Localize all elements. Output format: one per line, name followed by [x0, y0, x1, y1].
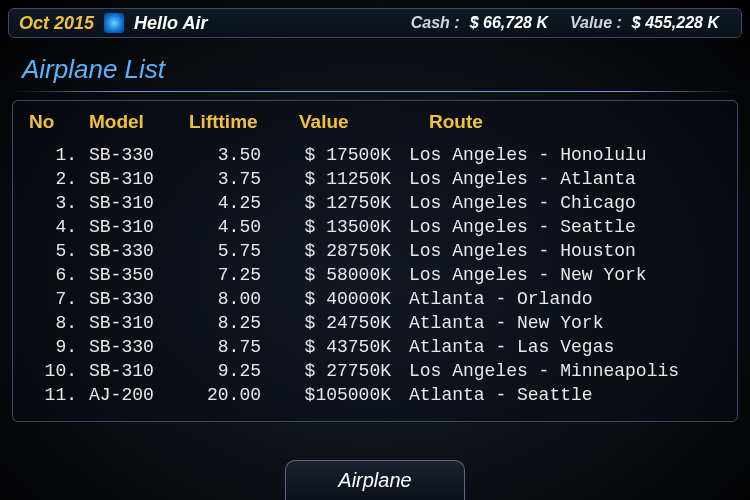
cell-value: $ 11250K — [279, 167, 409, 191]
cell-no: 3. — [29, 191, 89, 215]
cell-no: 9. — [29, 335, 89, 359]
cell-no: 1. — [29, 143, 89, 167]
airplane-list-box: No Model Lifttime Value Route 1.SB-3303.… — [12, 100, 738, 422]
cell-model: SB-330 — [89, 287, 189, 311]
cell-lifetime: 3.75 — [189, 167, 279, 191]
cell-value: $ 58000K — [279, 263, 409, 287]
airplane-button-label: Airplane — [338, 469, 411, 492]
cell-route: Los Angeles - Houston — [409, 239, 721, 263]
cell-model: SB-330 — [89, 335, 189, 359]
table-row[interactable]: 1.SB-3303.50$ 17500KLos Angeles - Honolu… — [29, 143, 721, 167]
cell-model: SB-350 — [89, 263, 189, 287]
cell-lifetime: 8.25 — [189, 311, 279, 335]
top-status-bar: Oct 2015 Hello Air Cash : $ 66,728 K Val… — [8, 8, 742, 38]
cell-value: $ 43750K — [279, 335, 409, 359]
table-row[interactable]: 3.SB-3104.25$ 12750KLos Angeles - Chicag… — [29, 191, 721, 215]
cell-value: $ 27750K — [279, 359, 409, 383]
table-headers: No Model Lifttime Value Route — [29, 111, 721, 133]
table-row[interactable]: 9.SB-3308.75$ 43750KAtlanta - Las Vegas — [29, 335, 721, 359]
cell-route: Atlanta - New York — [409, 311, 721, 335]
cell-lifetime: 20.00 — [189, 383, 279, 407]
cell-route: Atlanta - Orlando — [409, 287, 721, 311]
airline-logo-icon — [104, 13, 124, 33]
cell-route: Los Angeles - Minneapolis — [409, 359, 721, 383]
header-no: No — [29, 111, 89, 133]
airplane-button[interactable]: Airplane — [285, 460, 465, 500]
divider — [12, 91, 738, 92]
cell-route: Los Angeles - Seattle — [409, 215, 721, 239]
cell-model: SB-330 — [89, 143, 189, 167]
cell-no: 10. — [29, 359, 89, 383]
cell-model: SB-310 — [89, 215, 189, 239]
cell-model: SB-310 — [89, 311, 189, 335]
cell-model: SB-310 — [89, 167, 189, 191]
table-body: 1.SB-3303.50$ 17500KLos Angeles - Honolu… — [29, 143, 721, 407]
table-row[interactable]: 11.AJ-20020.00$105000KAtlanta - Seattle — [29, 383, 721, 407]
cell-model: SB-310 — [89, 359, 189, 383]
cell-route: Atlanta - Las Vegas — [409, 335, 721, 359]
cell-lifetime: 4.25 — [189, 191, 279, 215]
panel-title: Airplane List — [8, 46, 742, 91]
cell-lifetime: 8.75 — [189, 335, 279, 359]
cell-no: 11. — [29, 383, 89, 407]
header-route: Route — [429, 111, 721, 133]
table-row[interactable]: 2.SB-3103.75$ 11250KLos Angeles - Atlant… — [29, 167, 721, 191]
header-value: Value — [299, 111, 429, 133]
airline-name: Hello Air — [134, 13, 207, 34]
game-screen: Oct 2015 Hello Air Cash : $ 66,728 K Val… — [0, 0, 750, 500]
table-row[interactable]: 8.SB-3108.25$ 24750KAtlanta - New York — [29, 311, 721, 335]
cell-model: SB-310 — [89, 191, 189, 215]
header-lifetime: Lifttime — [189, 111, 299, 133]
cell-value: $ 12750K — [279, 191, 409, 215]
cell-model: SB-330 — [89, 239, 189, 263]
table-row[interactable]: 5.SB-3305.75$ 28750KLos Angeles - Housto… — [29, 239, 721, 263]
cell-lifetime: 3.50 — [189, 143, 279, 167]
airplane-list-panel: Airplane List No Model Lifttime Value Ro… — [8, 46, 742, 450]
value-value: $ 455,228 K — [632, 14, 719, 32]
cell-value: $ 28750K — [279, 239, 409, 263]
cell-lifetime: 7.25 — [189, 263, 279, 287]
cell-no: 8. — [29, 311, 89, 335]
table-row[interactable]: 10.SB-3109.25$ 27750KLos Angeles - Minne… — [29, 359, 721, 383]
cell-route: Los Angeles - Honolulu — [409, 143, 721, 167]
cell-model: AJ-200 — [89, 383, 189, 407]
table-row[interactable]: 4.SB-3104.50$ 13500KLos Angeles - Seattl… — [29, 215, 721, 239]
cell-lifetime: 4.50 — [189, 215, 279, 239]
cell-lifetime: 8.00 — [189, 287, 279, 311]
value-label: Value : — [570, 14, 622, 32]
cell-no: 2. — [29, 167, 89, 191]
date-label: Oct 2015 — [19, 13, 94, 34]
cell-no: 5. — [29, 239, 89, 263]
cell-no: 7. — [29, 287, 89, 311]
cell-route: Los Angeles - Atlanta — [409, 167, 721, 191]
cell-lifetime: 9.25 — [189, 359, 279, 383]
cash-value: $ 66,728 K — [470, 14, 548, 32]
cell-value: $ 17500K — [279, 143, 409, 167]
table-row[interactable]: 7.SB-3308.00$ 40000KAtlanta - Orlando — [29, 287, 721, 311]
cell-route: Los Angeles - Chicago — [409, 191, 721, 215]
cell-value: $ 40000K — [279, 287, 409, 311]
cell-no: 6. — [29, 263, 89, 287]
cell-route: Los Angeles - New York — [409, 263, 721, 287]
cell-no: 4. — [29, 215, 89, 239]
cash-label: Cash : — [411, 14, 460, 32]
cell-value: $105000K — [279, 383, 409, 407]
table-row[interactable]: 6.SB-3507.25$ 58000KLos Angeles - New Yo… — [29, 263, 721, 287]
cell-value: $ 24750K — [279, 311, 409, 335]
cell-route: Atlanta - Seattle — [409, 383, 721, 407]
header-model: Model — [89, 111, 189, 133]
cell-lifetime: 5.75 — [189, 239, 279, 263]
cell-value: $ 13500K — [279, 215, 409, 239]
